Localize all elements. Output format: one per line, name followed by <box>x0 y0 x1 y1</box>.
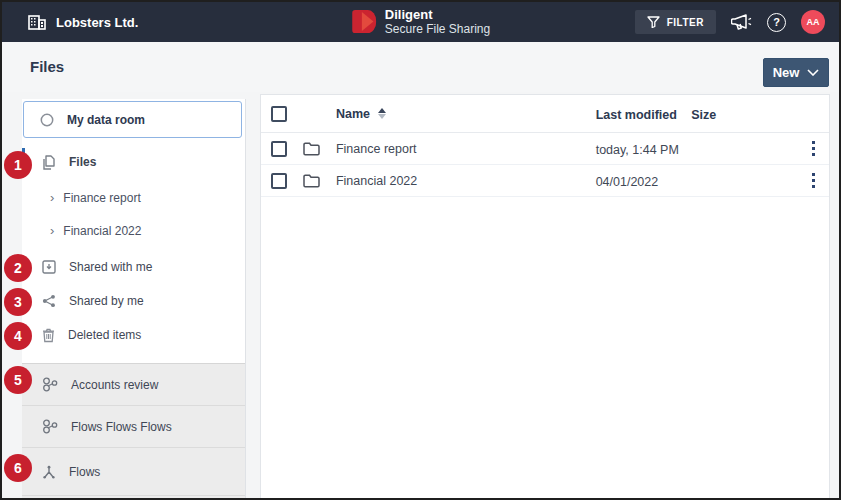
new-button-label: New <box>773 65 800 80</box>
annotation-badge-3: 3 <box>4 288 32 316</box>
sidebar-item-label: Flows <box>69 465 100 479</box>
brand-subtitle: Secure File Sharing <box>385 23 490 36</box>
column-header-name: Name <box>336 107 370 121</box>
chevron-right-icon: › <box>50 191 54 204</box>
sidebar: My data room Files › Finance report › Fi… <box>22 99 246 498</box>
brand-logo: Diligent Secure File Sharing <box>351 8 490 35</box>
last-modified-value: today, 1:44 PM <box>596 143 679 157</box>
file-name[interactable]: Finance report <box>336 142 417 156</box>
annotation-badge-5: 5 <box>4 366 32 394</box>
column-header-last-modified: Last modified <box>596 108 677 122</box>
annotation-badge-2: 2 <box>4 254 32 282</box>
files-icon <box>42 155 56 170</box>
last-modified-value: 04/01/2022 <box>596 175 659 189</box>
annotation-badge-1: 1 <box>4 151 32 179</box>
chevron-right-icon: › <box>50 224 54 237</box>
sidebar-item-label: Financial 2022 <box>63 224 141 238</box>
new-button[interactable]: New <box>763 58 829 87</box>
sidebar-flows-section: Accounts review Flows Flows Flows <box>22 363 245 498</box>
row-checkbox[interactable] <box>271 141 287 157</box>
file-name[interactable]: Financial 2022 <box>336 174 417 188</box>
trash-icon <box>42 328 55 343</box>
avatar[interactable]: AA <box>801 10 825 34</box>
announcements-icon[interactable] <box>731 14 752 31</box>
flow-split-icon <box>42 465 56 479</box>
shared-with-me-icon <box>42 260 56 274</box>
topbar-actions: FILTER ? AA <box>635 10 825 34</box>
sidebar-item-files[interactable]: Files <box>22 143 245 181</box>
sidebar-item-accounts-review[interactable]: Accounts review <box>22 364 245 406</box>
app-window: Lobsters Ltd. Diligent Secure File Shari… <box>0 0 841 500</box>
sidebar-item-label: Files <box>69 155 96 169</box>
company-name: Lobsters Ltd. <box>56 15 138 30</box>
sidebar-item-label: Deleted items <box>68 328 141 342</box>
table-header-row: Name Last modified Size <box>261 95 829 133</box>
flow-nodes-icon <box>42 377 58 392</box>
sidebar-item-flows[interactable]: Flows <box>22 448 245 496</box>
flow-nodes-icon <box>42 419 58 434</box>
building-icon <box>28 15 46 30</box>
sidebar-item-label: My data room <box>67 113 145 127</box>
data-room-icon <box>40 113 54 127</box>
diligent-logo-icon <box>351 9 376 34</box>
sidebar-item-label: Finance report <box>63 191 140 205</box>
file-table: Name Last modified Size Finance report <box>260 94 830 498</box>
row-menu-kebab-icon[interactable] <box>809 138 819 160</box>
sidebar-item-my-data-room[interactable]: My data room <box>23 101 242 138</box>
filter-button[interactable]: FILTER <box>635 10 716 34</box>
row-checkbox[interactable] <box>271 173 287 189</box>
sidebar-item-label: Shared by me <box>69 294 144 308</box>
sidebar-item-shared-by-me[interactable]: Shared by me <box>22 284 245 318</box>
select-all-checkbox[interactable] <box>271 106 287 122</box>
sidebar-item-label: Accounts review <box>71 378 158 392</box>
table-row[interactable]: Financial 2022 04/01/2022 <box>261 165 829 197</box>
page-header: Files New <box>2 42 839 92</box>
sidebar-item-finance-report[interactable]: › Finance report <box>22 181 245 214</box>
folder-icon <box>303 174 320 188</box>
folder-icon <box>303 142 320 156</box>
top-navbar: Lobsters Ltd. Diligent Secure File Shari… <box>2 2 839 42</box>
annotation-badge-4: 4 <box>4 322 32 350</box>
sidebar-item-label: Flows Flows Flows <box>71 420 172 434</box>
sidebar-item-label: Shared with me <box>69 260 152 274</box>
shared-by-me-icon <box>42 294 56 308</box>
table-row[interactable]: Finance report today, 1:44 PM <box>261 133 829 165</box>
company-area: Lobsters Ltd. <box>28 15 138 30</box>
page-title: Files <box>30 58 64 75</box>
chevron-down-icon <box>807 69 819 76</box>
help-icon[interactable]: ? <box>767 13 786 32</box>
column-header-size: Size <box>691 108 716 122</box>
sidebar-item-shared-with-me[interactable]: Shared with me <box>22 250 245 284</box>
funnel-icon <box>647 16 660 28</box>
brand-title: Diligent <box>385 8 490 22</box>
row-menu-kebab-icon[interactable] <box>809 170 819 192</box>
brand-text: Diligent Secure File Sharing <box>385 8 490 35</box>
sidebar-item-deleted-items[interactable]: Deleted items <box>22 318 245 352</box>
sort-toggle[interactable] <box>378 108 386 119</box>
annotation-badge-6: 6 <box>4 454 32 482</box>
sidebar-item-financial-2022[interactable]: › Financial 2022 <box>22 214 245 247</box>
sidebar-item-flows-flows-flows[interactable]: Flows Flows Flows <box>22 406 245 448</box>
filter-button-label: FILTER <box>667 17 704 28</box>
